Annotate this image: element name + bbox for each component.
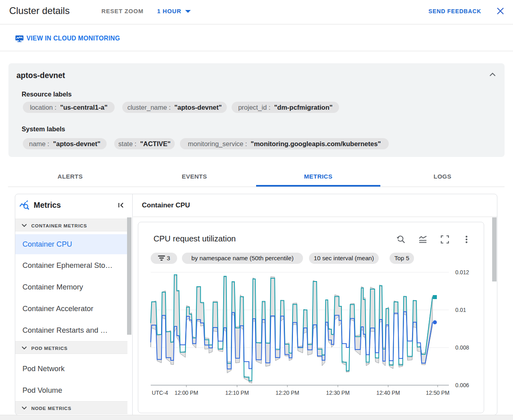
svg-text:0.012: 0.012 xyxy=(455,269,469,275)
svg-text:UTC-4: UTC-4 xyxy=(152,390,168,396)
svg-text:12:50 PM: 12:50 PM xyxy=(426,390,449,396)
svg-text:0.006: 0.006 xyxy=(455,382,469,388)
svg-text:12:10 PM: 12:10 PM xyxy=(225,390,249,396)
svg-text:0.01: 0.01 xyxy=(455,307,466,313)
svg-text:0.008: 0.008 xyxy=(455,345,469,351)
svg-text:12:00 PM: 12:00 PM xyxy=(174,390,198,396)
svg-text:12:40 PM: 12:40 PM xyxy=(376,390,400,396)
svg-text:12:20 PM: 12:20 PM xyxy=(275,390,299,396)
svg-text:12:30 PM: 12:30 PM xyxy=(326,390,349,396)
